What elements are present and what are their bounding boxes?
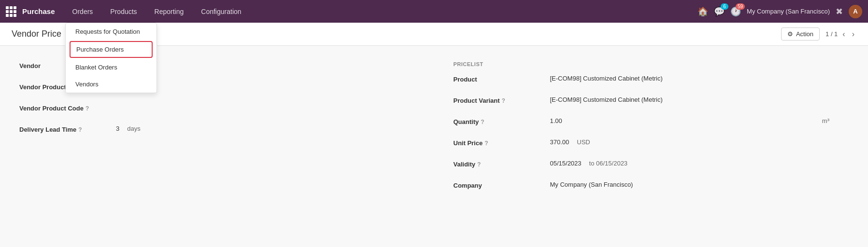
- validity-row: 05/15/2023 to 06/15/2023: [550, 160, 849, 167]
- navbar: Purchase Orders Products Reporting Confi…: [0, 0, 868, 23]
- help-icon-vpc[interactable]: ?: [85, 105, 89, 112]
- nav-orders[interactable]: Orders: [65, 0, 101, 23]
- quantity-unit: m³: [822, 117, 829, 124]
- pricelist-section-label: PRICELIST: [454, 61, 849, 67]
- nav-configuration[interactable]: Configuration: [193, 0, 249, 23]
- brand-label: Purchase: [22, 7, 55, 15]
- field-row-vendor-product-code: Vendor Product Code ?: [19, 104, 415, 117]
- field-label-validity: Validity ?: [454, 160, 550, 168]
- help-icon-qty[interactable]: ?: [481, 119, 484, 125]
- help-icon-pv[interactable]: ?: [502, 97, 505, 104]
- delivery-lead-time-unit: days: [127, 125, 140, 132]
- field-value-quantity: 1.00 m³: [550, 117, 849, 124]
- validity-to: to 06/15/2023: [589, 160, 628, 167]
- pagination: 1 / 1 ‹ ›: [825, 29, 856, 40]
- help-icon-up[interactable]: ?: [484, 140, 488, 147]
- pagination-text: 1 / 1: [825, 30, 838, 38]
- field-value-product: [E-COM98] Customized Cabinet (Metric): [550, 75, 849, 82]
- field-row-validity: Validity ? 05/15/2023 to 06/15/2023: [454, 160, 849, 173]
- action-button[interactable]: ⚙ Action: [781, 27, 820, 41]
- field-label-quantity: Quantity ?: [454, 117, 550, 125]
- tools-icon[interactable]: ✖: [836, 6, 843, 17]
- avatar[interactable]: A: [849, 5, 862, 18]
- field-row-product-variant: Product Variant ? [E-COM98] Customized C…: [454, 96, 849, 110]
- messages-badge: 6: [721, 3, 728, 10]
- dropdown-item-vendors[interactable]: Vendors: [66, 76, 157, 93]
- field-value-delivery-lead-time: 3 days: [116, 125, 415, 132]
- right-section: PRICELIST Product [E-COM98] Customized C…: [454, 61, 849, 202]
- quantity-row: 1.00 m³: [550, 117, 849, 124]
- dropdown-item-rfq[interactable]: Requests for Quotation: [66, 23, 157, 40]
- next-arrow[interactable]: ›: [850, 29, 856, 40]
- field-value-unit-price: 370.00 USD: [550, 138, 849, 146]
- field-label-product-variant: Product Variant ?: [454, 96, 550, 104]
- field-label-company: Company: [454, 181, 550, 189]
- nav-reporting[interactable]: Reporting: [147, 0, 192, 23]
- field-row-unit-price: Unit Price ? 370.00 USD: [454, 138, 849, 152]
- grid-icon: [6, 6, 16, 17]
- messages-button[interactable]: 💬 6: [714, 6, 725, 17]
- orders-dropdown: Requests for Quotation Purchase Orders B…: [65, 23, 157, 93]
- clock-button[interactable]: 🕐 59: [730, 6, 741, 17]
- gear-icon: ⚙: [787, 30, 793, 38]
- field-row-product: Product [E-COM98] Customized Cabinet (Me…: [454, 75, 849, 88]
- clock-badge: 59: [736, 3, 745, 10]
- delivery-lead-time-row: 3 days: [116, 125, 415, 132]
- field-row-quantity: Quantity ? 1.00 m³: [454, 117, 849, 131]
- brand[interactable]: Purchase: [6, 6, 55, 17]
- page-wrapper: Purchase Orders Products Reporting Confi…: [0, 0, 868, 218]
- unit-price-unit: USD: [577, 138, 590, 146]
- dropdown-item-purchase-orders[interactable]: Purchase Orders: [70, 41, 153, 58]
- navbar-right: 🏠 💬 6 🕐 59 My Company (San Francisco) ✖ …: [697, 5, 862, 18]
- nav-products[interactable]: Products: [102, 0, 144, 23]
- field-value-product-variant: [E-COM98] Customized Cabinet (Metric): [550, 96, 849, 103]
- field-value-vendor: Deco Addict: [116, 61, 415, 69]
- field-value-company: My Company (San Francisco): [550, 181, 849, 188]
- unit-price-row: 370.00 USD: [550, 138, 849, 146]
- home-button[interactable]: 🏠: [697, 6, 708, 17]
- field-label-product: Product: [454, 75, 550, 83]
- field-row-delivery-lead-time: Delivery Lead Time ? 3 days: [19, 125, 415, 138]
- field-label-delivery-lead-time: Delivery Lead Time ?: [19, 125, 116, 133]
- field-label-unit-price: Unit Price ?: [454, 138, 550, 147]
- field-value-validity: 05/15/2023 to 06/15/2023: [550, 160, 849, 167]
- field-label-vendor-product-code: Vendor Product Code ?: [19, 104, 116, 112]
- help-icon-validity[interactable]: ?: [477, 161, 481, 168]
- dropdown-item-blanket-orders[interactable]: Blanket Orders: [66, 59, 157, 76]
- home-icon: 🏠: [697, 6, 708, 17]
- prev-arrow[interactable]: ‹: [840, 29, 847, 40]
- field-row-company: Company My Company (San Francisco): [454, 181, 849, 194]
- company-name: My Company (San Francisco): [747, 8, 830, 15]
- help-icon-dlt[interactable]: ?: [78, 126, 82, 133]
